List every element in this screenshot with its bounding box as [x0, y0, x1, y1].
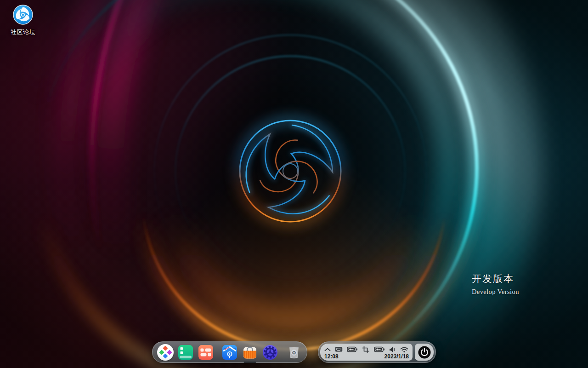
app-store-icon: [242, 344, 258, 361]
deepin-forum-icon: [13, 5, 33, 25]
power-icon: [418, 345, 431, 359]
shortcut-label: 社区论坛: [11, 28, 35, 36]
dock-app-store-button[interactable]: [242, 344, 258, 361]
expand-icon[interactable]: [324, 348, 331, 351]
dock-multitasking-view-button[interactable]: [177, 344, 194, 361]
screenshot-icon[interactable]: [362, 346, 369, 353]
power-button[interactable]: [415, 344, 434, 361]
volume-icon[interactable]: [389, 346, 396, 353]
app-dashboard-icon: [198, 344, 214, 361]
battery-icon[interactable]: [374, 346, 385, 352]
system-tray: 12:08 2023/1/18: [318, 341, 436, 363]
launcher-icon: [157, 344, 174, 361]
battery-icon[interactable]: [347, 346, 358, 352]
dock-control-center-button[interactable]: [262, 344, 278, 361]
file-manager-icon: [221, 344, 238, 361]
dock-file-manager-button[interactable]: [221, 344, 238, 361]
dock: ♻: [152, 341, 307, 363]
running-app-indicator: [244, 362, 256, 363]
multitasking-view-icon: [177, 344, 194, 361]
version-badge: 开发版本 Develop Version: [472, 272, 519, 296]
desktop-wallpaper: [0, 0, 588, 368]
version-subtitle: Develop Version: [472, 288, 519, 296]
tray-plate: 12:08 2023/1/18: [320, 344, 413, 361]
clock-time: 12:08: [324, 353, 339, 360]
version-title: 开发版本: [472, 272, 519, 285]
dock-trash-button[interactable]: ♻: [286, 344, 302, 361]
dock-launcher-button[interactable]: [157, 344, 174, 361]
desktop-shortcut-community-forum[interactable]: 社区论坛: [3, 5, 43, 36]
dock-app-dashboard-button[interactable]: [198, 344, 214, 361]
trash-icon: ♻: [286, 344, 302, 361]
tray-clock[interactable]: 12:08 2023/1/18: [320, 353, 413, 360]
clock-date: 2023/1/18: [384, 353, 409, 360]
keyboard-icon[interactable]: [335, 346, 343, 352]
svg-text:♻: ♻: [292, 349, 296, 356]
tray-icons-row: [320, 345, 413, 353]
wifi-icon[interactable]: [400, 346, 408, 353]
control-center-icon: [262, 344, 278, 361]
